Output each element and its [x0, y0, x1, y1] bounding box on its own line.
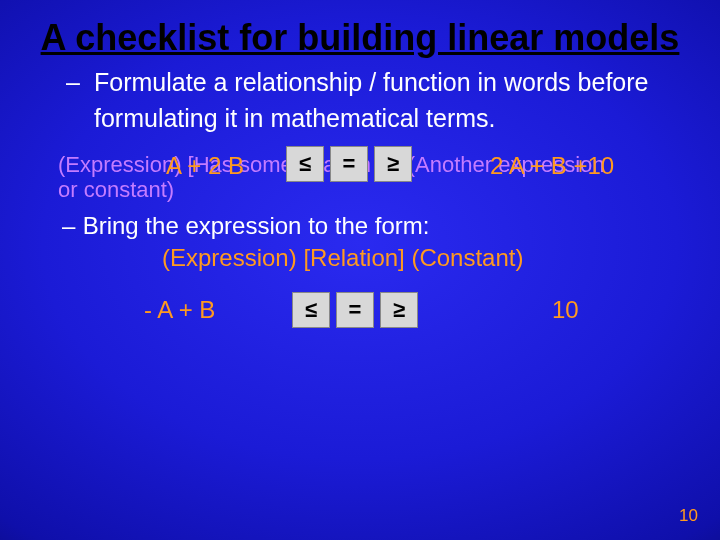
relation-boxes-bottom: ≤ = ≥	[292, 292, 418, 328]
ge-box-icon: ≥	[374, 146, 412, 182]
final-row: - A + B ≤ = ≥ 10	[144, 292, 686, 332]
eq-box-icon: =	[330, 146, 368, 182]
final-left: - A + B	[144, 296, 215, 324]
slide-title: A checklist for building linear models	[34, 18, 686, 58]
le-box-icon: ≤	[292, 292, 330, 328]
bullet-dash-icon: –	[66, 64, 80, 137]
bullet-main: – Formulate a relationship / function in…	[66, 64, 686, 137]
form-line: (Expression) [Relation] (Constant)	[162, 244, 686, 272]
ge-box-icon: ≥	[380, 292, 418, 328]
expression-overlay: (Expression) [Has some relation to] (Ano…	[58, 150, 686, 206]
relation-boxes-top: ≤ = ≥	[286, 146, 412, 182]
slide: A checklist for building linear models –…	[0, 0, 720, 540]
page-number: 10	[679, 506, 698, 526]
bring-line: – Bring the expression to the form:	[62, 212, 686, 240]
expression-left: A + 2 B	[166, 152, 244, 180]
bullet-dash-icon: –	[62, 212, 76, 240]
final-right: 10	[552, 296, 579, 324]
expression-right: 2 A + B +10	[490, 152, 614, 180]
bullet-main-text: Formulate a relationship / function in w…	[94, 64, 686, 137]
bring-text: Bring the expression to the form:	[83, 212, 430, 239]
eq-box-icon: =	[336, 292, 374, 328]
le-box-icon: ≤	[286, 146, 324, 182]
